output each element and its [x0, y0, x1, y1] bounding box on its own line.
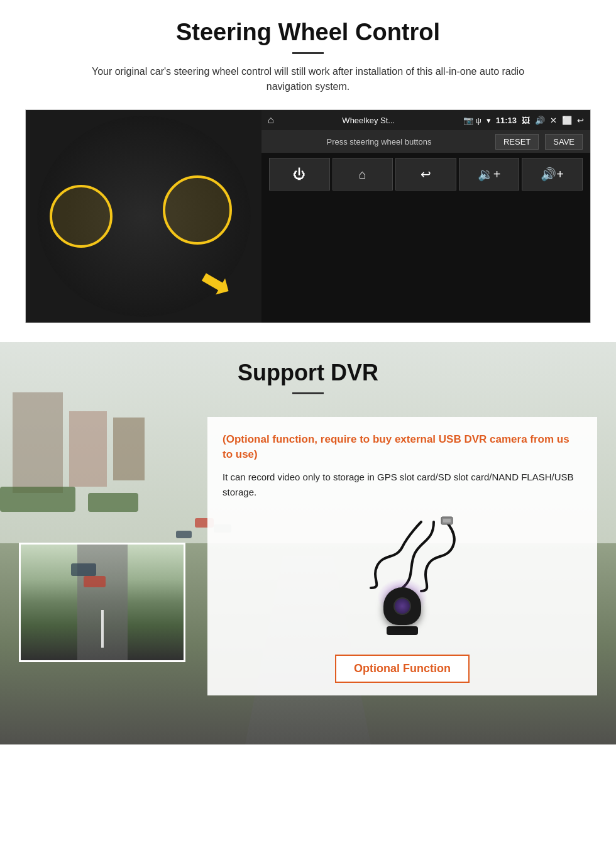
swc-section: Steering Wheel Control Your original car… [0, 0, 616, 336]
highlight-circle-right [163, 175, 232, 245]
steering-button-grid: ⏻ ⌂ ↩ 🔉+ 🔊+ [261, 153, 590, 196]
dvr-preview-area [19, 543, 195, 662]
press-bar: Press steering wheel buttons RESET SAVE [261, 130, 590, 153]
camera-assembly [333, 516, 471, 635]
camera-icon: 🖼 [522, 116, 530, 125]
dvr-camera-visual [223, 512, 582, 638]
preview-car-1 [71, 563, 96, 576]
press-instruction: Press steering wheel buttons [269, 137, 489, 147]
swc-title-divider [292, 52, 324, 54]
steering-wheel-mock: ➡ [37, 116, 251, 317]
swc-subtitle: Your original car's steering wheel contr… [75, 64, 541, 94]
dvr-description: It can record video only to storage in G… [223, 470, 582, 500]
highlight-circle-left [50, 185, 113, 248]
camera-device [383, 587, 421, 635]
svg-rect-1 [443, 519, 451, 523]
dvr-optional-text: (Optional function, require to buy exter… [223, 432, 582, 462]
volume-icon: 🔊 [535, 116, 545, 125]
volume-down-button[interactable]: 🔉+ [459, 158, 520, 191]
camera-lens [393, 597, 411, 615]
dvr-section: Support DVR (Optional function, require … [0, 342, 616, 744]
app-name-label: Wheelkey St... [279, 116, 458, 125]
dvr-title-area: Support DVR [0, 342, 616, 404]
camera-head [383, 587, 421, 625]
save-button[interactable]: SAVE [545, 134, 583, 150]
wifi-icon: ▾ [487, 116, 491, 125]
grid-home-button[interactable]: ⌂ [333, 158, 393, 191]
clock-display: 11:13 [496, 116, 517, 125]
reset-button[interactable]: RESET [495, 134, 539, 150]
back-icon: ↩ [577, 116, 584, 125]
x-icon: ✕ [550, 116, 557, 125]
optional-btn-area: Optional Function [223, 648, 582, 683]
back-button[interactable]: ↩ [395, 158, 456, 191]
dvr-title: Support DVR [0, 360, 616, 386]
swc-title: Steering Wheel Control [25, 19, 591, 46]
swc-photo: ➡ [26, 110, 261, 323]
optional-function-button[interactable]: Optional Function [335, 655, 470, 683]
swc-image-container: ➡ ⌂ Wheelkey St... 📷 ψ ▾ 11:13 🖼 🔊 ✕ ⬜ ↩… [25, 109, 591, 323]
dvr-info-card: (Optional function, require to buy exter… [207, 417, 597, 695]
power-button[interactable]: ⏻ [269, 158, 330, 191]
dvr-title-divider [292, 392, 324, 394]
camera-base [387, 626, 418, 635]
fullscreen-icon: ⬜ [562, 116, 572, 125]
dvr-preview-image [19, 543, 185, 662]
preview-car-2 [84, 576, 106, 587]
swc-android-screen: ⌂ Wheelkey St... 📷 ψ ▾ 11:13 🖼 🔊 ✕ ⬜ ↩ P… [261, 110, 590, 323]
dvr-content: (Optional function, require to buy exter… [0, 404, 616, 714]
home-icon: ⌂ [268, 114, 274, 126]
preview-road-line [101, 610, 104, 648]
volume-up-button[interactable]: 🔊+ [522, 158, 583, 191]
android-topbar: ⌂ Wheelkey St... 📷 ψ ▾ 11:13 🖼 🔊 ✕ ⬜ ↩ [261, 110, 590, 130]
topbar-icons: 📷 ψ [463, 116, 481, 125]
